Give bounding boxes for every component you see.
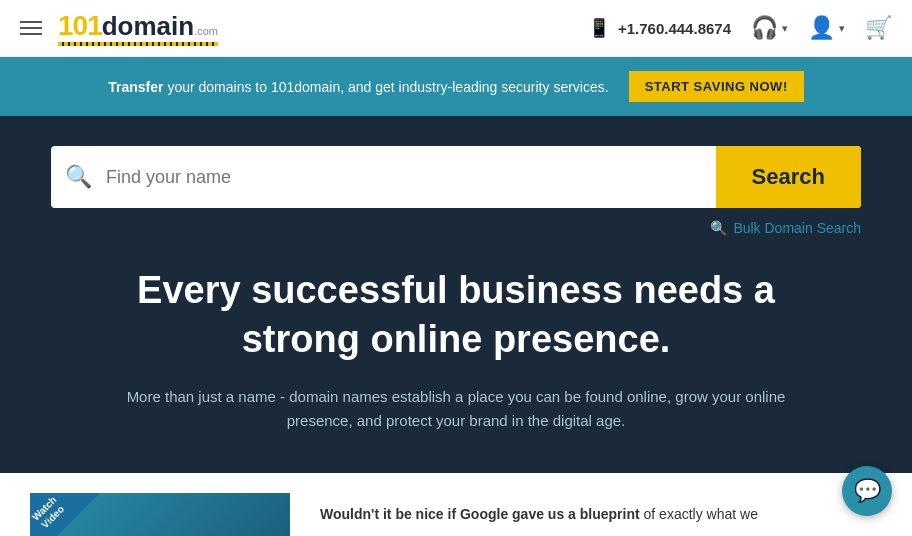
hero-title: Every successful business needs a strong… — [76, 266, 836, 365]
chat-icon: 💬 — [854, 478, 881, 504]
chat-bubble[interactable]: 💬 — [842, 466, 892, 516]
logo[interactable]: 101 domain .com — [58, 10, 218, 46]
hamburger-menu[interactable] — [20, 21, 42, 35]
hero-subtitle: More than just a name - domain names est… — [116, 385, 796, 433]
bulk-search-label: Bulk Domain Search — [733, 220, 861, 236]
promo-bar: Transfer your domains to 101domain, and … — [0, 57, 912, 116]
bottom-text: Wouldn't it be nice if Google gave us a … — [320, 493, 758, 525]
header-right: 📱 +1.760.444.8674 🎧 ▾ 👤 ▾ 🛒 — [588, 15, 892, 41]
phone-area[interactable]: 📱 +1.760.444.8674 — [588, 17, 731, 39]
phone-icon: 📱 — [588, 17, 610, 39]
headset-icon: 🎧 — [751, 15, 778, 41]
hero-section: 🔍 Search 🔍 Bulk Domain Search Every succ… — [0, 116, 912, 473]
search-icon: 🔍 — [51, 164, 106, 190]
cart-icon[interactable]: 🛒 — [865, 15, 892, 41]
logo-domain-text: domain — [102, 11, 194, 42]
promo-cta-button[interactable]: START SAVING NOW! — [629, 71, 804, 102]
search-input[interactable] — [106, 146, 716, 208]
header: 101 domain .com 📱 +1.760.444.8674 🎧 ▾ 👤 … — [0, 0, 912, 57]
search-button[interactable]: Search — [716, 146, 861, 208]
support-dropdown-arrow: ▾ — [782, 22, 788, 35]
logo-underline — [58, 42, 218, 46]
bulk-search-icon: 🔍 — [710, 220, 727, 236]
support-area[interactable]: 🎧 ▾ — [751, 15, 788, 41]
logo-number: 101 — [58, 10, 102, 42]
account-dropdown-arrow: ▾ — [839, 22, 845, 35]
header-left: 101 domain .com — [20, 10, 218, 46]
bottom-section: Watch Video Wouldn't it be nice if Googl… — [0, 473, 912, 536]
logo-com: .com — [194, 25, 218, 37]
bottom-text-rest: of exactly what we — [640, 506, 758, 522]
video-badge-wrap: Watch Video — [30, 493, 100, 536]
phone-number: +1.760.444.8674 — [618, 20, 731, 37]
account-area[interactable]: 👤 ▾ — [808, 15, 845, 41]
video-thumbnail[interactable]: Watch Video — [30, 493, 290, 536]
bulk-domain-search[interactable]: 🔍 Bulk Domain Search — [51, 220, 861, 236]
bottom-text-bold: Wouldn't it be nice if Google gave us a … — [320, 506, 640, 522]
promo-bold: Transfer — [108, 79, 163, 95]
user-icon: 👤 — [808, 15, 835, 41]
search-bar: 🔍 Search — [51, 146, 861, 208]
promo-text: Transfer your domains to 101domain, and … — [108, 79, 608, 95]
promo-rest: your domains to 101domain, and get indus… — [164, 79, 609, 95]
